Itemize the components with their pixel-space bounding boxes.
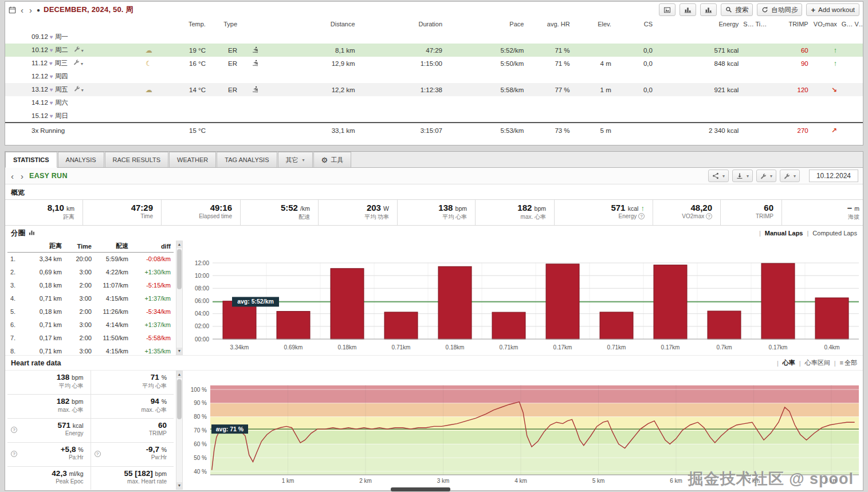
scrollbar-thumb[interactable] [177,379,182,419]
lap-number: 2. [7,265,25,278]
lap-bar[interactable] [438,266,472,339]
lap-bar[interactable] [600,312,633,339]
help-icon[interactable]: ? [11,427,17,433]
hr-scrollbar[interactable]: ▲ ▼ [176,371,183,490]
help-icon[interactable]: ? [638,213,645,219]
lap-row[interactable]: 2.0,69 km3:004:22/km+1:30/km [7,265,174,278]
lap-row[interactable]: 4.0,71 km3:004:15/km+1:37/km [7,292,174,305]
heart-icon[interactable]: ♥ [50,73,53,80]
week-row[interactable]: 14.12♥周六 [5,96,863,109]
heart-icon[interactable]: ♥ [49,60,53,66]
edit-workout-icon[interactable] [73,60,80,66]
column-header [239,18,271,30]
temp-cell: 14 °C [158,83,208,96]
weekly-chart-button[interactable] [680,3,696,16]
elevation-cell [572,44,614,57]
svg-text:1 km: 1 km [282,478,294,484]
heart-icon[interactable]: ♥ [50,34,53,40]
share-button[interactable]: ▾ [708,170,729,182]
column-header: VO₂max [811,18,839,30]
lap-bar[interactable] [708,311,741,339]
lap-row[interactable]: 5.0,18 km2:0011:26/km-5:34/km [7,305,174,318]
lap-bar[interactable] [223,301,256,339]
tab-其它[interactable]: 其它▾ [278,152,313,167]
day-cell: 12.12♥周四 [5,70,140,83]
link-心率区间[interactable]: 心率区间 [805,359,830,367]
lap-bar[interactable] [277,312,310,339]
chevron-down-icon: ▾ [770,174,772,179]
lap-row[interactable]: 3.0,18 km2:0011:07/km-5:15/km [7,278,174,292]
lap-row[interactable]: 8.0,71 km3:004:15/km+1:35/km [7,344,174,355]
trend-down-right-icon: ↘ [831,86,837,94]
scroll-down-icon[interactable]: ▼ [176,482,182,489]
link-manual-laps[interactable]: Manual Laps [765,230,803,237]
scroll-down-icon[interactable]: ▼ [176,348,182,355]
overview-stat: 203 W平均 功率 [319,200,398,225]
scroll-up-icon[interactable]: ▲ [176,371,182,378]
search-button[interactable]: 搜索 [721,3,753,16]
calendar-icon[interactable] [9,6,16,14]
week-row[interactable]: 10.12♥周二▾☁19 °CER8,1 km47:295:52/km71 %0… [5,44,863,57]
tab-statistics[interactable]: STATISTICS [5,152,57,168]
auto-sync-button[interactable]: 自动同步 [757,3,802,16]
lap-bar[interactable] [492,312,525,339]
heart-icon[interactable]: ♥ [50,100,53,106]
spacer-cell [839,96,863,109]
heart-icon[interactable]: ♥ [50,47,53,53]
lap-row[interactable]: 1.3,34 km20:005:59/km-0:08/km [7,252,174,265]
link-全部[interactable]: ≡全部 [840,359,857,367]
tab-工具[interactable]: ⚙工具 [313,152,352,167]
image-view-button[interactable] [659,3,675,16]
week-row[interactable]: 15.12♥周日 [5,109,863,123]
help-icon[interactable]: ? [95,451,101,457]
tab-tag-analysis[interactable]: TAG ANALYSIS [217,152,277,167]
link-computed-laps[interactable]: Computed Laps [812,230,857,237]
settings-button[interactable]: ▾ [780,170,800,182]
hr-stat: 42,3 ml/kgPeak Epoc [7,467,91,490]
scroll-up-icon[interactable]: ▲ [176,241,182,248]
monthly-chart-button[interactable] [700,3,717,16]
lap-row[interactable]: 6.0,71 km3:004:14/km+1:37/km [7,318,174,331]
duration-cell [358,109,445,123]
lap-bar[interactable] [384,312,418,339]
help-icon[interactable]: ? [11,451,17,457]
sync-icon [761,6,768,13]
lap-bar[interactable] [654,265,687,339]
scrollbar-thumb[interactable] [177,249,182,289]
edit-button[interactable]: ▾ [756,170,776,182]
add-workout-button[interactable]: +Add workout [806,3,859,16]
laps-scrollbar[interactable]: ▲ ▼ [176,241,183,355]
week-row[interactable]: 12.12♥周四 [5,70,863,83]
week-row[interactable]: 13.12♥周五▾☁14 °CER12,2 km1:12:385:58/km77… [5,83,863,96]
export-button[interactable]: ▾ [732,170,753,182]
link-心率[interactable]: 心率 [783,359,795,367]
lap-bar[interactable] [331,269,364,339]
edit-workout-icon[interactable] [74,86,80,93]
activity-date[interactable]: 10.12.2024 [809,170,858,182]
week-row[interactable]: 09.12♥周一 [5,30,863,44]
help-icon[interactable]: ? [706,213,712,219]
lap-bar[interactable] [815,298,849,339]
tab-weather[interactable]: WEATHER [169,152,216,167]
chevron-down-icon[interactable]: ▾ [81,61,83,66]
prev-week-button[interactable]: ‹ [19,6,25,14]
next-activity-button[interactable]: › [19,172,25,180]
edit-workout-icon[interactable] [74,46,80,53]
laps-chart-icon[interactable] [29,229,36,238]
lap-distance: 0,71 km [25,344,65,355]
lap-bar[interactable] [761,263,795,339]
lap-time: 2:00 [65,278,95,292]
tab-analysis[interactable]: ANALYSIS [58,152,104,167]
next-week-button[interactable]: › [28,6,33,14]
tab-race-results[interactable]: RACE RESULTS [105,152,169,167]
spacer-cell [741,83,767,96]
chevron-down-icon[interactable]: ▾ [81,48,84,53]
lap-bar[interactable] [546,264,579,339]
week-row[interactable]: 11.12♥周三▾☾16 °CER12,9 km1:15:005:50/km71… [5,57,863,70]
prev-activity-button[interactable]: ‹ [10,172,15,180]
heart-icon[interactable]: ♥ [50,86,53,93]
page-scrollbar-thumb[interactable] [391,487,450,491]
lap-row[interactable]: 7.0,17 km2:0011:50/km-5:58/km [7,331,174,344]
heart-icon[interactable]: ♥ [50,113,53,119]
chevron-down-icon[interactable]: ▾ [81,88,84,93]
